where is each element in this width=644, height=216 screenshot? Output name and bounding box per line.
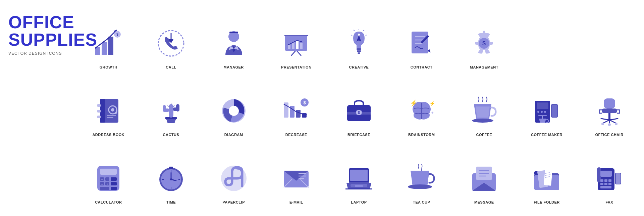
icon-cell-fax[interactable]: FAX [578, 142, 641, 209]
message-icon [466, 160, 502, 197]
svg-point-75 [472, 119, 493, 123]
svg-text:$: $ [358, 111, 360, 115]
manager-label: MANAGER [223, 65, 244, 69]
file-folder-label: FILE FOLDER [534, 200, 560, 204]
svg-rect-10 [229, 32, 238, 33]
icon-cell-paperclip[interactable]: PAPERCLIP [202, 142, 265, 209]
icon-cell-address-book[interactable]: ADDRESS BOOK [77, 74, 140, 142]
coffee-maker-label: COFFEE MAKER [531, 133, 562, 137]
svg-rect-112 [169, 167, 173, 169]
svg-rect-157 [600, 186, 611, 188]
icon-cell-presentation[interactable]: PRESENTATION [265, 7, 328, 74]
icon-cell-brainstorm[interactable]: ⚡ ⚡ ✦ BRAINSTORM [390, 74, 453, 142]
svg-text:$: $ [482, 40, 486, 47]
svg-rect-77 [537, 102, 548, 109]
svg-text:-: - [107, 178, 108, 181]
icon-cell-creative[interactable]: CREATIVE [328, 7, 390, 74]
contract-label: CONTRACT [411, 65, 433, 69]
svg-rect-2 [108, 37, 113, 55]
svg-rect-52 [163, 105, 166, 112]
svg-text:$: $ [117, 33, 119, 36]
svg-line-29 [366, 35, 367, 36]
icon-cell-laptop[interactable]: LAPTOP [328, 142, 390, 209]
svg-rect-18 [288, 45, 290, 49]
call-label: CALL [166, 65, 176, 69]
tea-cup-label: TEA CUP [413, 200, 430, 204]
time-icon [153, 160, 190, 197]
icon-cell-file-folder[interactable]: FILE FOLDER [516, 142, 578, 209]
svg-rect-85 [604, 98, 615, 109]
svg-point-23 [358, 34, 360, 36]
svg-rect-153 [608, 179, 611, 182]
email-label: E-MAIL [289, 200, 303, 204]
laptop-label: LAPTOP [351, 200, 367, 204]
icon-cell-decrease[interactable]: $ DECREASE [265, 74, 328, 142]
presentation-icon [278, 25, 315, 62]
paperclip-icon [215, 160, 252, 197]
icons-grid: $ GROWTH CALL [77, 7, 641, 209]
svg-rect-100 [111, 177, 117, 181]
svg-rect-19 [292, 42, 294, 49]
svg-rect-41 [100, 99, 105, 123]
coffee-maker-icon [528, 92, 565, 129]
svg-line-91 [601, 119, 609, 120]
svg-rect-50 [169, 104, 173, 118]
svg-rect-155 [604, 183, 607, 185]
creative-label: CREATIVE [349, 65, 369, 69]
icon-cell-office-chair[interactable]: OFFICE CHAIR [578, 74, 641, 142]
svg-rect-48 [97, 116, 101, 118]
brainstorm-icon: ⚡ ⚡ ✦ [403, 92, 440, 129]
icon-cell-tea-cup[interactable]: TEA CUP [390, 142, 453, 209]
svg-text:⚡: ⚡ [429, 101, 435, 106]
svg-rect-24 [357, 48, 361, 50]
icon-cell-calculator[interactable]: + - × ÷ CALCULATOR [77, 142, 140, 209]
svg-text:×: × [101, 183, 103, 186]
icon-cell-briefcase[interactable]: $ BRIEFCASE [328, 74, 390, 142]
svg-rect-86 [602, 109, 617, 113]
svg-rect-20 [296, 40, 299, 49]
svg-line-28 [363, 30, 364, 31]
manager-icon [215, 25, 252, 62]
svg-point-133 [408, 184, 432, 189]
calculator-label: CALCULATOR [95, 200, 122, 204]
svg-rect-130 [355, 185, 363, 187]
briefcase-icon: $ [340, 92, 377, 129]
svg-rect-87 [608, 113, 610, 120]
laptop-icon [340, 160, 377, 197]
svg-line-88 [603, 120, 609, 123]
svg-rect-62 [296, 110, 301, 118]
file-folder-icon [528, 160, 565, 197]
icon-cell-email[interactable]: E-MAIL [265, 142, 328, 209]
growth-label: GROWTH [100, 65, 117, 69]
svg-rect-128 [349, 182, 369, 183]
icon-cell-contract[interactable]: CONTRACT [390, 7, 453, 74]
svg-point-94 [615, 123, 618, 125]
icon-cell-growth[interactable]: $ GROWTH [77, 7, 140, 74]
cactus-icon [153, 92, 190, 129]
svg-point-93 [601, 123, 604, 125]
icon-cell-coffee[interactable]: COFFEE [453, 74, 516, 142]
icon-cell-coffee-maker[interactable]: COFFEE MAKER [516, 74, 578, 142]
presentation-label: PRESENTATION [281, 65, 312, 69]
svg-rect-97 [100, 169, 117, 175]
fax-icon [591, 160, 628, 197]
svg-rect-103 [111, 182, 117, 185]
icon-cell-time[interactable]: TIME [140, 142, 203, 209]
svg-point-80 [544, 111, 546, 113]
svg-rect-150 [600, 171, 612, 177]
growth-icon: $ [90, 25, 127, 62]
icon-cell-cactus[interactable]: CACTUS [140, 74, 203, 142]
svg-rect-152 [604, 179, 607, 182]
icon-cell-call[interactable]: CALL [140, 7, 203, 74]
briefcase-label: BRIEFCASE [347, 133, 370, 137]
svg-rect-154 [600, 183, 603, 185]
icon-cell-diagram[interactable]: DIAGRAM [202, 74, 265, 142]
contract-icon [403, 25, 440, 62]
decrease-icon: $ [278, 92, 315, 129]
calculator-icon: + - × ÷ [90, 160, 127, 197]
icon-cell-message[interactable]: MESSAGE [453, 142, 516, 209]
page-title: OFFICE SUPPLIES [8, 13, 72, 48]
icon-cell-manager[interactable]: MANAGER [202, 7, 265, 74]
icon-cell-management[interactable]: $ MANAGEMENT [453, 7, 516, 74]
paperclip-label: PAPERCLIP [222, 200, 245, 204]
